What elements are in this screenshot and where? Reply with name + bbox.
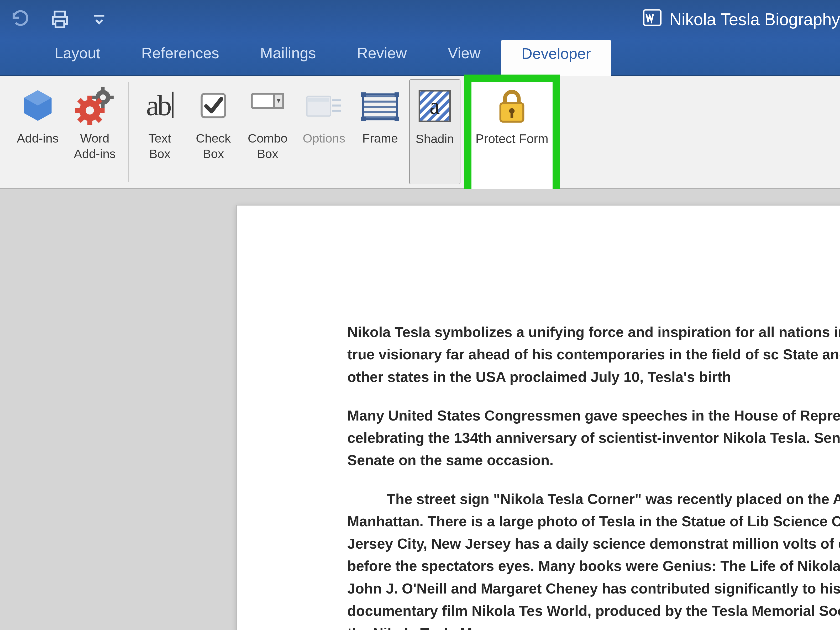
quick-access-toolbar [0,9,110,30]
gear-icon [75,82,114,129]
options-button: Options [297,79,351,184]
addins-button[interactable]: Add-ins [11,79,64,184]
svg-text:a: a [430,93,440,118]
ribbon-separator [128,82,129,182]
paragraph-1[interactable]: Nikola Tesla symbolizes a unifying force… [347,321,840,388]
protect-form-label: Protect Form [476,131,548,147]
check-box-button[interactable]: Check Box [188,79,238,184]
svg-rect-37 [361,92,366,97]
svg-point-11 [100,95,106,100]
tab-developer[interactable]: Developer [501,40,611,76]
combo-box-button[interactable]: Combo Box [242,79,294,184]
tab-references[interactable]: References [121,39,240,75]
shading-label: Shadin [415,131,454,147]
document-canvas[interactable]: Nikola Tesla symbolizes a unifying force… [0,189,840,630]
svg-rect-15 [75,108,81,113]
combo-box-label: Combo Box [248,131,288,162]
text-box-label: Text Box [148,131,171,162]
qat-customize-button[interactable] [89,9,110,30]
svg-rect-14 [87,120,92,125]
tab-layout[interactable]: Layout [34,39,121,75]
print-button[interactable] [49,9,70,30]
svg-rect-40 [395,117,399,122]
frame-icon [360,82,400,129]
svg-rect-8 [101,104,105,108]
paragraph-3[interactable]: The street sign "Nikola Tesla Corner" wa… [347,488,840,630]
svg-rect-16 [99,108,105,113]
check-box-label: Check Box [196,131,231,162]
svg-rect-39 [361,117,366,122]
svg-rect-13 [87,96,92,102]
svg-rect-1 [55,21,64,27]
shading-button[interactable]: a Shadin [409,79,460,184]
tab-review[interactable]: Review [336,39,427,75]
svg-rect-10 [109,96,114,99]
checkbox-icon [198,82,229,129]
protect-form-button[interactable]: Protect Form [464,74,560,198]
word-addins-label: Word Add-ins [74,131,115,162]
title-bar: Nikola Tesla Biography [0,0,840,39]
word-addins-button[interactable]: Word Add-ins [68,79,121,184]
tab-view[interactable]: View [427,39,501,75]
word-app-icon [642,7,663,32]
document-title: Nikola Tesla Biography [642,7,840,32]
frame-label: Frame [362,131,398,146]
text-box-button[interactable]: ab Text Box [135,79,185,184]
paragraph-2[interactable]: Many United States Congressmen gave spee… [347,404,840,472]
svg-rect-27 [308,98,329,102]
svg-rect-38 [395,92,399,97]
ribbon-tabs: Layout References Mailings Review View D… [0,39,840,76]
ribbon-toolbar: Add-ins [0,76,840,189]
lock-icon [494,84,530,129]
combobox-icon [250,82,284,129]
textbox-icon: ab [146,82,174,129]
svg-rect-47 [510,112,513,118]
undo-button[interactable] [10,9,31,30]
frame-button[interactable]: Frame [355,79,406,184]
svg-rect-9 [92,96,96,99]
options-label: Options [303,131,345,146]
document-page[interactable]: Nikola Tesla symbolizes a unifying force… [236,205,840,630]
document-title-text: Nikola Tesla Biography [669,10,840,29]
tab-mailings[interactable]: Mailings [240,39,336,75]
svg-rect-7 [101,87,105,91]
svg-point-21 [86,106,94,114]
options-icon [306,82,342,129]
addins-icon [19,82,56,129]
addins-label: Add-ins [17,131,58,146]
shading-icon: a [416,82,453,129]
